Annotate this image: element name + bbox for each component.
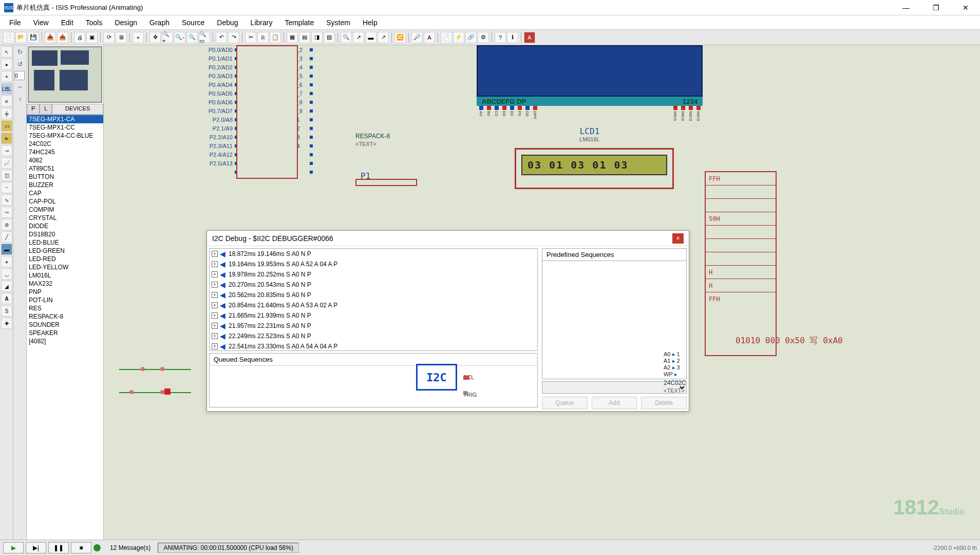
zoom-out-icon[interactable]: 🔍-	[174, 32, 185, 43]
zoom-fit-icon[interactable]: 🔍	[186, 32, 198, 43]
grid-icon[interactable]: ⊞	[116, 32, 127, 43]
device-item[interactable]: BUTTON	[27, 173, 103, 181]
device-pin-icon[interactable]: ⊸	[1, 145, 12, 156]
tab-l[interactable]: L	[40, 104, 52, 115]
menu-debug[interactable]: Debug	[212, 17, 243, 28]
rotate-cw-icon[interactable]: ↻	[14, 46, 26, 58]
device-item[interactable]: DIODE	[27, 222, 103, 230]
menu-library[interactable]: Library	[246, 17, 278, 28]
device-item[interactable]: POT-LIN	[27, 296, 103, 304]
delete-button[interactable]: Delete	[641, 397, 687, 409]
current-probe-icon[interactable]: ⤳	[1, 207, 12, 218]
symbol-tool-icon[interactable]: S	[1, 305, 12, 317]
queued-body[interactable]	[210, 366, 537, 407]
path-tool-icon[interactable]: ◢	[1, 281, 12, 292]
device-item[interactable]: CAP	[27, 189, 103, 197]
log-row[interactable]: +◀22.249ms 22.523ms S A0 N P	[210, 331, 537, 341]
instrument-icon[interactable]: ⊘	[1, 219, 12, 230]
menu-tools[interactable]: Tools	[81, 17, 108, 28]
play-button[interactable]: ▶	[3, 542, 24, 553]
copy-icon[interactable]: ⎘	[257, 32, 269, 43]
close-button[interactable]: ✕	[955, 2, 976, 14]
voltage-probe-icon[interactable]: ∿	[1, 194, 12, 206]
p1-component[interactable]	[355, 179, 417, 186]
graph-icon[interactable]: 📈	[1, 157, 12, 169]
device-item[interactable]: MAX232	[27, 280, 103, 288]
debug-log-panel[interactable]: +◀18.872ms 19.146ms S A0 N P+◀19.164ms 1…	[209, 248, 538, 351]
device-item[interactable]: 7SEG-MPX4-CC-BLUE	[27, 132, 103, 140]
save-icon[interactable]: 💾	[28, 32, 39, 43]
property-icon[interactable]: A	[424, 32, 435, 43]
menu-help[interactable]: Help	[357, 17, 383, 28]
add-button[interactable]: Add	[592, 397, 637, 409]
about-icon[interactable]: ℹ	[507, 32, 518, 43]
log-row[interactable]: +◀20.270ms 20.543ms S A0 N P	[210, 280, 537, 290]
device-item[interactable]: [4082]	[27, 337, 103, 345]
device-item[interactable]: CAP-POL	[27, 197, 103, 206]
device-item[interactable]: 74HC245	[27, 148, 103, 156]
text-tool-icon[interactable]: A	[1, 293, 12, 304]
i2c-debugger-component[interactable]: I2C	[416, 364, 457, 391]
print-area-icon[interactable]: ▣	[86, 32, 98, 43]
device-item[interactable]: LED-RED	[27, 255, 103, 263]
line-tool-icon[interactable]: ╱	[1, 231, 12, 243]
junction-tool-icon[interactable]: +	[1, 71, 12, 82]
paste-icon[interactable]: 📋	[270, 32, 281, 43]
log-row[interactable]: +◀20.562ms 20.835ms S A0 N P	[210, 290, 537, 300]
device-item[interactable]: 7SEG-MPX1-CC	[27, 123, 103, 132]
device-item[interactable]: 7SEG-MPX1-CA	[27, 115, 103, 123]
cut-icon[interactable]: ✂	[245, 32, 256, 43]
tab-p[interactable]: P	[27, 104, 40, 115]
selection-tool-icon[interactable]: ↖	[1, 46, 12, 58]
mirror-v-icon[interactable]: ↕	[14, 94, 26, 105]
device-item[interactable]: AT89C51	[27, 164, 103, 173]
device-item[interactable]: PNP	[27, 288, 103, 296]
block-delete-icon[interactable]: ▨	[324, 32, 335, 43]
device-item[interactable]: LED-YELLOW	[27, 263, 103, 271]
device-item[interactable]: CRYSTAL	[27, 214, 103, 222]
tape-icon[interactable]: ◫	[1, 170, 12, 181]
box-tool-icon[interactable]: ▬	[1, 244, 12, 255]
device-item[interactable]: 4082	[27, 156, 103, 164]
menu-graph[interactable]: Graph	[144, 17, 175, 28]
device-item[interactable]: RES	[27, 304, 103, 312]
log-row[interactable]: +◀19.164ms 19.953ms S A0 A 52 A 04 A P	[210, 259, 537, 269]
import-icon[interactable]: 📥	[45, 32, 56, 43]
pick-icon[interactable]: 🔍	[341, 32, 352, 43]
log-row[interactable]: +◀22.541ms 23.330ms S A0 A 54 A 04 A P	[210, 341, 537, 351]
device-item[interactable]: DS18B20	[27, 230, 103, 238]
circle-tool-icon[interactable]: ●	[1, 256, 12, 267]
lcd-7seg-module[interactable]: ABCDEFG DP 1234 A0B0C0D0E0F0G0DP0WEI1WEI…	[477, 45, 703, 142]
decompose-icon[interactable]: ↗	[378, 32, 389, 43]
export-icon[interactable]: 📤	[57, 32, 68, 43]
marker-tool-icon[interactable]: ✚	[1, 318, 12, 329]
netlist-icon[interactable]: 🔗	[465, 32, 477, 43]
help-icon[interactable]: ?	[495, 32, 506, 43]
overview-panel[interactable]	[28, 46, 102, 103]
menu-file[interactable]: File	[4, 17, 26, 28]
zoom-area-icon[interactable]: 🔍▭	[199, 32, 210, 43]
memory-component[interactable]: FFH50HHHFFH	[705, 171, 777, 356]
new-file-icon[interactable]: 📄	[3, 32, 14, 43]
menu-edit[interactable]: Edit	[56, 17, 79, 28]
lcd-display-component[interactable]: 03 01 03 01 03	[515, 148, 674, 189]
tab-devices[interactable]: DEVICES	[52, 104, 103, 115]
erc-icon[interactable]: ⚡	[453, 32, 464, 43]
refresh-icon[interactable]: ⟳	[103, 32, 115, 43]
device-list[interactable]: 7SEG-MPX1-CA7SEG-MPX1-CC7SEG-MPX4-CC-BLU…	[27, 115, 103, 540]
search-icon[interactable]: 🔎	[411, 32, 423, 43]
block-copy-icon[interactable]: ▦	[287, 32, 298, 43]
device-item[interactable]: SPEAKER	[27, 329, 103, 337]
device-item[interactable]: LED-BLUE	[27, 238, 103, 247]
ares-icon[interactable]: ⚙	[478, 32, 489, 43]
rotate-ccw-icon[interactable]: ↺	[14, 59, 26, 70]
pan-icon[interactable]: ✥	[149, 32, 161, 43]
menu-system[interactable]: System	[321, 17, 355, 28]
text-script-icon[interactable]: ≡	[1, 96, 12, 107]
undo-icon[interactable]: ↶	[216, 32, 227, 43]
log-row[interactable]: +◀18.872ms 19.146ms S A0 N P	[210, 249, 537, 259]
label-tool-icon[interactable]: LBL	[1, 83, 12, 95]
device-item[interactable]: LED-GREEN	[27, 247, 103, 255]
menu-view[interactable]: View	[28, 17, 54, 28]
origin-icon[interactable]: +	[133, 32, 144, 43]
